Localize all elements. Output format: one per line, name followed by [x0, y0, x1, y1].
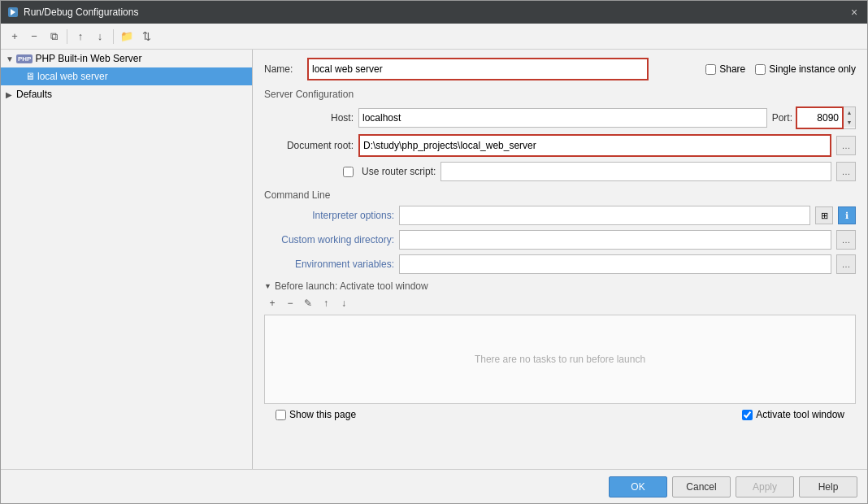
config-detail-panel: Name: Share Single instance only [253, 50, 867, 469]
config-tree: ▼ PHP PHP Built-in Web Server 🖥 local we… [1, 50, 253, 469]
bottom-options-row: Show this page Activate tool window [264, 404, 856, 425]
share-label: Share [719, 63, 745, 75]
before-remove-button[interactable]: − [282, 295, 298, 311]
move-up-button[interactable]: ↑ [72, 28, 89, 46]
interp-info-button[interactable]: ℹ [838, 206, 856, 224]
tree-group-label: PHP Built-in Web Server [35, 53, 141, 64]
before-launch-toolbar: + − ✎ ↑ ↓ [264, 295, 856, 311]
dialog-content: ▼ PHP PHP Built-in Web Server 🖥 local we… [1, 50, 867, 469]
name-label: Name: [264, 63, 301, 75]
folder-button[interactable]: 📁 [118, 28, 136, 46]
configurations-toolbar: + − ⧉ ↑ ↓ 📁 ⇅ [1, 24, 867, 50]
activate-tool-checkbox[interactable] [742, 410, 753, 420]
docroot-row: Document root: … [264, 134, 856, 157]
run-debug-dialog: Run/Debug Configurations × + − ⧉ ↑ ↓ 📁 ⇅… [0, 0, 868, 504]
tree-item-label: local web server [37, 71, 108, 82]
activate-tool-row: Activate tool window [742, 409, 844, 420]
router-label: Use router script: [362, 166, 436, 177]
port-input[interactable] [797, 108, 842, 128]
use-router-checkbox[interactable] [343, 167, 354, 177]
host-input[interactable] [358, 108, 767, 128]
docroot-input-wrapper [358, 134, 831, 157]
collapse-icon: ▼ [264, 282, 271, 290]
name-input-wrapper [307, 58, 649, 80]
port-field-group: ▲ ▼ [796, 106, 856, 129]
env-row: Environment variables: … [264, 254, 856, 274]
interp-label: Interpreter options: [264, 210, 394, 221]
name-input[interactable] [309, 59, 647, 79]
empty-tasks-area: There are no tasks to run before launch [264, 315, 856, 404]
host-label: Host: [264, 112, 354, 124]
cwd-label: Custom working directory: [264, 234, 394, 245]
before-add-button[interactable]: + [264, 295, 280, 311]
port-spinner: ▲ ▼ [844, 106, 856, 129]
remove-config-button[interactable]: − [25, 28, 43, 46]
tree-item-defaults[interactable]: ▶ Defaults [1, 85, 252, 103]
cancel-button[interactable]: Cancel [672, 476, 731, 497]
before-down-button[interactable]: ↓ [336, 295, 352, 311]
empty-tasks-message: There are no tasks to run before launch [475, 354, 645, 365]
dialog-footer: OK Cancel Apply Help [1, 469, 867, 503]
show-page-checkbox[interactable] [276, 410, 286, 420]
expand-toggle: ▼ [6, 54, 14, 63]
env-label: Environment variables: [264, 259, 394, 270]
title-bar: Run/Debug Configurations × [1, 1, 867, 24]
port-wrap: Port: ▲ ▼ [772, 106, 856, 129]
defaults-label: Defaults [16, 89, 52, 100]
before-edit-button[interactable]: ✎ [300, 295, 316, 311]
show-page-row: Show this page [276, 409, 736, 420]
ok-button[interactable]: OK [609, 476, 667, 497]
router-browse-button[interactable]: … [836, 162, 856, 181]
single-instance-label: Single instance only [769, 63, 856, 75]
php-icon: PHP [16, 54, 33, 63]
router-input[interactable] [441, 162, 831, 181]
sort-button[interactable]: ⇅ [137, 28, 155, 46]
toolbar-separator-2 [113, 29, 114, 44]
single-instance-checkbox[interactable] [755, 64, 766, 75]
help-button[interactable]: Help [799, 476, 857, 497]
port-input-wrapper [796, 106, 844, 129]
cwd-browse-button[interactable]: … [836, 230, 856, 250]
interp-browse-button[interactable]: ⊞ [815, 206, 833, 224]
interpreter-row: Interpreter options: ⊞ ℹ [264, 206, 856, 225]
move-down-button[interactable]: ↓ [91, 28, 109, 46]
share-checkbox-row: Share [705, 63, 745, 75]
cwd-row: Custom working directory: … [264, 230, 856, 250]
command-line-section: Command Line Interpreter options: ⊞ ℹ Cu… [264, 189, 856, 274]
close-button[interactable]: × [848, 6, 861, 19]
apply-button[interactable]: Apply [736, 476, 794, 497]
port-down-button[interactable]: ▼ [844, 117, 855, 127]
interpreter-input[interactable] [399, 206, 810, 225]
server-icon: 🖥 [25, 71, 35, 82]
command-line-title: Command Line [264, 189, 856, 201]
before-up-button[interactable]: ↑ [318, 295, 334, 311]
tree-group-php[interactable]: ▼ PHP PHP Built-in Web Server [1, 50, 252, 67]
before-launch-title: ▼ Before launch: Activate tool window [264, 280, 856, 292]
server-config-title: Server Configuration [264, 89, 856, 100]
top-right-options: Share Single instance only [705, 63, 856, 75]
defaults-expand-toggle: ▶ [6, 90, 14, 99]
server-config-section: Server Configuration Host: Port: ▲ [264, 89, 856, 181]
activate-tool-label: Activate tool window [756, 409, 844, 420]
router-label-area [264, 167, 354, 177]
docroot-input[interactable] [360, 136, 830, 155]
copy-config-button[interactable]: ⧉ [45, 28, 63, 46]
env-browse-button[interactable]: … [836, 254, 856, 274]
docroot-browse-button[interactable]: … [836, 136, 856, 155]
share-checkbox[interactable] [705, 64, 716, 75]
env-input[interactable] [399, 254, 831, 274]
dialog-icon [7, 7, 19, 18]
show-page-label: Show this page [289, 409, 356, 420]
toolbar-separator [67, 29, 67, 44]
add-config-button[interactable]: + [6, 28, 24, 46]
docroot-label: Document root: [264, 140, 354, 151]
port-up-button[interactable]: ▲ [844, 107, 855, 117]
port-label: Port: [772, 112, 792, 124]
before-launch-label: Before launch: Activate tool window [275, 280, 428, 292]
tree-item-local-web-server[interactable]: 🖥 local web server [1, 67, 252, 85]
name-row: Name: Share Single instance only [264, 58, 856, 80]
cwd-input[interactable] [399, 230, 831, 250]
dialog-title: Run/Debug Configurations [24, 7, 138, 18]
host-row: Host: Port: ▲ ▼ [264, 106, 856, 129]
single-instance-row: Single instance only [755, 63, 856, 75]
